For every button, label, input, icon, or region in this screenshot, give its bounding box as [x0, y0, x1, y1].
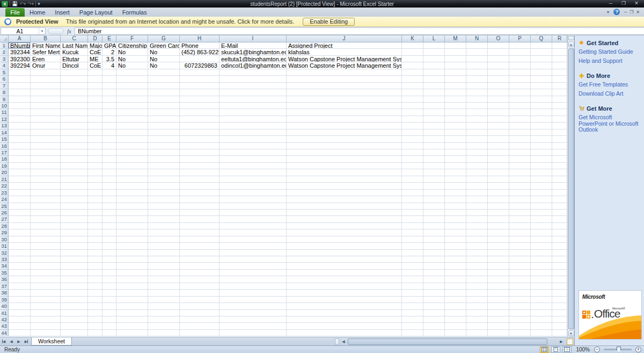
cell-I40[interactable]: [219, 303, 287, 309]
cell-R5[interactable]: [552, 69, 567, 76]
cell-N27[interactable]: [466, 216, 488, 222]
cell-M29[interactable]: [445, 229, 466, 236]
cell-G18[interactable]: [148, 156, 180, 162]
cell-C38[interactable]: [61, 290, 88, 296]
row-header-11[interactable]: 11: [0, 109, 9, 116]
cell-B34[interactable]: [31, 263, 61, 269]
cell-B2[interactable]: Sefer Mert: [31, 49, 61, 55]
row-header-20[interactable]: 20: [0, 169, 9, 176]
cell-K38[interactable]: [402, 290, 423, 296]
vertical-split-handle[interactable]: [568, 36, 574, 40]
cell-A5[interactable]: [9, 69, 31, 76]
cell-H43[interactable]: [180, 323, 219, 329]
row-header-29[interactable]: 29: [0, 229, 9, 236]
cell-P12[interactable]: [509, 116, 531, 123]
cell-N35[interactable]: [466, 270, 488, 276]
cell-D39[interactable]: [88, 297, 103, 303]
cell-O18[interactable]: [488, 156, 509, 162]
cell-E21[interactable]: [103, 176, 116, 183]
cell-B41[interactable]: [31, 310, 61, 316]
cell-L23[interactable]: [423, 190, 445, 196]
cell-G36[interactable]: [148, 276, 180, 283]
cell-P25[interactable]: [509, 203, 531, 210]
cell-H15[interactable]: [180, 136, 219, 142]
row-header-26[interactable]: 26: [0, 210, 9, 216]
cell-D30[interactable]: [88, 236, 103, 243]
cell-P17[interactable]: [509, 149, 531, 156]
cell-M41[interactable]: [445, 310, 466, 316]
cell-I38[interactable]: [219, 290, 287, 296]
cell-L41[interactable]: [423, 310, 445, 316]
cell-L27[interactable]: [423, 216, 445, 222]
cell-F9[interactable]: [116, 96, 148, 103]
cell-B25[interactable]: [31, 203, 61, 210]
cell-I28[interactable]: [219, 223, 287, 229]
row-header-30[interactable]: 30: [0, 236, 9, 243]
cell-J18[interactable]: [287, 156, 402, 162]
cell-R39[interactable]: [552, 297, 567, 303]
cell-N33[interactable]: [466, 256, 488, 263]
cell-F41[interactable]: [116, 310, 148, 316]
cell-H44[interactable]: [180, 330, 219, 336]
cell-H34[interactable]: [180, 263, 219, 269]
cell-Q44[interactable]: [531, 330, 552, 336]
row-header-9[interactable]: 9: [0, 96, 9, 103]
cell-B35[interactable]: [31, 270, 61, 276]
cell-L3[interactable]: [423, 56, 445, 62]
cell-K27[interactable]: [402, 216, 423, 222]
row-header-34[interactable]: 34: [0, 263, 9, 269]
cell-E27[interactable]: [103, 216, 116, 222]
cell-H32[interactable]: [180, 250, 219, 256]
cell-C17[interactable]: [61, 149, 88, 156]
cell-Q30[interactable]: [531, 236, 552, 243]
cell-I11[interactable]: [219, 109, 287, 116]
cell-M18[interactable]: [445, 156, 466, 162]
cell-E40[interactable]: [103, 303, 116, 309]
cell-G41[interactable]: [148, 310, 180, 316]
cell-J37[interactable]: [287, 283, 402, 290]
cell-C40[interactable]: [61, 303, 88, 309]
cell-H42[interactable]: [180, 316, 219, 323]
cell-H33[interactable]: [180, 256, 219, 263]
cell-M12[interactable]: [445, 116, 466, 123]
cell-P2[interactable]: [509, 49, 531, 55]
cell-O4[interactable]: [488, 62, 509, 69]
cell-B30[interactable]: [31, 236, 61, 243]
cell-A37[interactable]: [9, 283, 31, 290]
cell-N28[interactable]: [466, 223, 488, 229]
cell-A24[interactable]: [9, 196, 31, 203]
cell-H41[interactable]: [180, 310, 219, 316]
row-header-13[interactable]: 13: [0, 123, 9, 129]
cell-I15[interactable]: [219, 136, 287, 142]
cell-A4[interactable]: 392294: [9, 62, 31, 69]
cell-L30[interactable]: [423, 236, 445, 243]
cell-A6[interactable]: [9, 76, 31, 82]
cell-E17[interactable]: [103, 149, 116, 156]
cell-B24[interactable]: [31, 196, 61, 203]
cell-A2[interactable]: 392344: [9, 49, 31, 55]
cell-P11[interactable]: [509, 109, 531, 116]
row-header-33[interactable]: 33: [0, 256, 9, 263]
cell-O3[interactable]: [488, 56, 509, 62]
cell-E41[interactable]: [103, 310, 116, 316]
cell-G25[interactable]: [148, 203, 180, 210]
cell-Q9[interactable]: [531, 96, 552, 103]
cell-C33[interactable]: [61, 256, 88, 263]
cell-Q32[interactable]: [531, 250, 552, 256]
cell-I31[interactable]: [219, 243, 287, 249]
cell-G37[interactable]: [148, 283, 180, 290]
cell-F39[interactable]: [116, 297, 148, 303]
cell-K35[interactable]: [402, 270, 423, 276]
cell-M4[interactable]: [445, 62, 466, 69]
tab-page-layout[interactable]: Page Layout: [75, 8, 118, 17]
cell-M36[interactable]: [445, 276, 466, 283]
cell-L5[interactable]: [423, 69, 445, 76]
cell-K15[interactable]: [402, 136, 423, 142]
cell-R30[interactable]: [552, 236, 567, 243]
cell-H24[interactable]: [180, 196, 219, 203]
cell-H23[interactable]: [180, 190, 219, 196]
cell-D44[interactable]: [88, 330, 103, 336]
cell-R32[interactable]: [552, 250, 567, 256]
cell-O27[interactable]: [488, 216, 509, 222]
row-header-19[interactable]: 19: [0, 163, 9, 169]
